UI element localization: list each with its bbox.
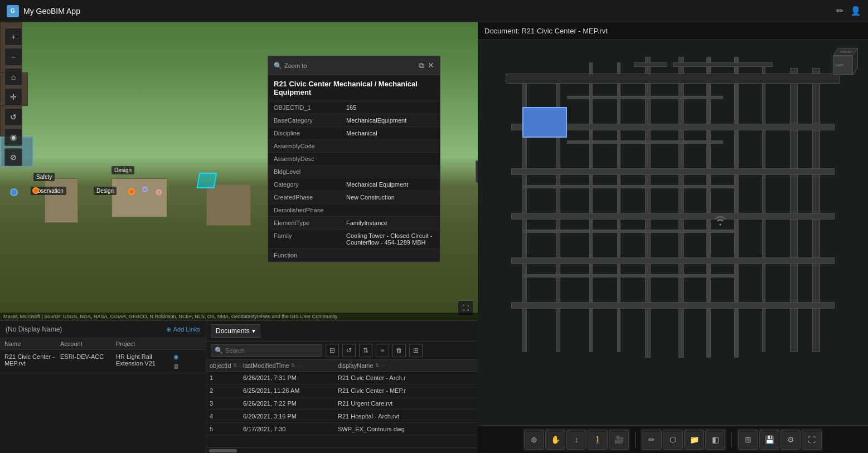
user-icon[interactable]: 👤 xyxy=(850,6,861,16)
walk-btn[interactable]: 🚶 xyxy=(588,430,608,450)
docs-dropdown[interactable]: Documents ▾ xyxy=(211,324,260,338)
sort-time-icon[interactable]: ⇅ xyxy=(291,363,295,368)
model-browser-btn[interactable]: 📁 xyxy=(684,430,704,450)
svg-text:FRONT: FRONT xyxy=(841,50,852,53)
popup-close-btn[interactable]: ✕ xyxy=(428,61,434,70)
grid-btn[interactable]: ⊞ xyxy=(738,430,758,450)
popup-row-label: Category xyxy=(274,181,346,188)
link-actions: ◉ 🗑 xyxy=(173,353,201,369)
doc-oid: 4 xyxy=(210,413,243,420)
search-box[interactable]: 🔍 xyxy=(211,344,322,357)
view3d-canvas[interactable]: LEFT FRONT ⌂ xyxy=(478,40,868,425)
map-area[interactable]: Safety Design Observation Design + − ⌂ ✛… xyxy=(0,22,478,320)
docs-settings-btn[interactable]: ≡ xyxy=(376,344,389,357)
layers-btn[interactable]: ◉ xyxy=(4,128,22,146)
docs-row[interactable]: 56/17/2021, 7:30SWP_EX_Contours.dwg xyxy=(206,423,478,436)
move-btn[interactable]: ✛ xyxy=(4,88,22,106)
popup-row: FamilyCooling Tower - Closed Circuit - C… xyxy=(268,230,440,249)
docs-row[interactable]: 46/20/2021, 3:16 PMR21 Hospital - Arch.r… xyxy=(206,410,478,423)
more-time-icon[interactable]: ··· xyxy=(297,363,302,369)
sort-name-icon[interactable]: ⇅ xyxy=(375,363,380,368)
zoom-to-btn[interactable]: 🔍 Zoom to xyxy=(274,62,307,70)
orbit-btn[interactable]: ⊕ xyxy=(524,430,544,450)
popup-restore-btn[interactable]: ⧉ xyxy=(419,61,424,70)
docs-row[interactable]: 36/26/2021, 7:22 PMR21 Urgent Care.rvt xyxy=(206,397,478,410)
docs-row[interactable]: 26/25/2021, 11:26 AMR21 Civic Center - M… xyxy=(206,384,478,397)
link-view-icon[interactable]: ◉ xyxy=(173,353,201,361)
pan-btn[interactable]: ✋ xyxy=(545,430,565,450)
doc-name: R21 Urgent Care.rvt xyxy=(338,400,474,407)
design-label: Design xyxy=(111,166,134,174)
doc-name: R21 Hospital - Arch.rvt xyxy=(338,413,474,420)
popup-row: AssemblyDesc xyxy=(268,153,440,165)
add-links-icon: ⊕ xyxy=(166,326,171,333)
doc-time: 6/26/2021, 7:22 PM xyxy=(243,400,338,407)
doc-time: 6/26/2021, 7:31 PM xyxy=(243,374,338,381)
markup-btn[interactable]: ✏ xyxy=(642,430,662,450)
topbar-right: ✏ 👤 xyxy=(836,6,861,16)
zoom-btn[interactable]: ↕ xyxy=(566,430,586,450)
doc-name: R21 Civic Center - Arch.r xyxy=(338,374,474,381)
popup-content[interactable]: OBJECTID_1165BaseCategoryMechanicalEquip… xyxy=(268,101,440,262)
nav-cube[interactable]: LEFT FRONT ⌂ xyxy=(823,46,862,85)
mesh-btn[interactable]: ⬡ xyxy=(663,430,683,450)
wifi-indicator xyxy=(712,213,729,228)
popup-row: CreatedPhaseNew Construction xyxy=(268,191,440,204)
doc-time: 6/17/2021, 7:30 xyxy=(243,426,338,432)
view-settings-btn[interactable]: ⚙ xyxy=(780,430,801,450)
view3d-panel: Document: R21 Civic Center - MEP.rvt xyxy=(478,22,868,453)
popup-row-label: Discipline xyxy=(274,130,346,137)
zoom-out-btn[interactable]: − xyxy=(4,48,22,66)
edit-icon[interactable]: ✏ xyxy=(836,6,843,16)
popup-actions: ⧉ ✕ xyxy=(419,61,434,70)
zoom-in-btn[interactable]: + xyxy=(4,28,22,46)
docs-sort-btn[interactable]: ⇅ xyxy=(359,344,372,357)
popup-row-label: Function xyxy=(274,252,346,259)
sort-oid-icon[interactable]: ⇅ xyxy=(233,363,237,368)
popup-row-label: AssemblyDesc xyxy=(274,155,346,162)
popup-row: OBJECTID_1165 xyxy=(268,101,440,114)
scrollbar-thumb xyxy=(209,449,237,452)
docs-row[interactable]: 16/26/2021, 7:31 PMR21 Civic Center - Ar… xyxy=(206,372,478,384)
main-layout: Safety Design Observation Design + − ⌂ ✛… xyxy=(0,22,868,453)
view-tool-group: ⊞ 💾 ⚙ ⛶ xyxy=(736,428,823,451)
view3d-header: Document: R21 Civic Center - MEP.rvt xyxy=(478,22,868,40)
link-project: HR Light Rail Extension V21 xyxy=(116,353,173,367)
settings-map-btn[interactable]: ⊘ xyxy=(4,148,22,166)
search-input[interactable] xyxy=(225,347,318,354)
view3d-toolbar: ⊕ ✋ ↕ 🚶 🎥 ✏ ⬡ 📁 ◧ ⊞ 💾 ⚙ ⛶ xyxy=(478,425,868,453)
rotate-btn[interactable]: ↺ xyxy=(4,108,22,126)
map-collapse-btn[interactable]: › xyxy=(476,160,478,183)
add-links-btn[interactable]: ⊕ Add Links xyxy=(166,326,200,333)
col-name: Name xyxy=(4,340,60,347)
topbar-left: G My GeoBIM App xyxy=(7,5,80,17)
links-columns: Name Account Project xyxy=(0,338,206,350)
section-btn[interactable]: ◧ xyxy=(705,430,725,450)
popup-row: AssemblyCode xyxy=(268,140,440,153)
popup-row: BldgLevel xyxy=(268,165,440,178)
docs-delete-btn[interactable]: 🗑 xyxy=(392,344,406,357)
svg-text:LEFT: LEFT xyxy=(836,63,844,67)
links-header: (No Display Name) ⊕ Add Links xyxy=(0,321,206,338)
doc-time: 6/20/2021, 3:16 PM xyxy=(243,413,338,420)
safety-label: Safety xyxy=(33,173,55,181)
docs-table[interactable]: objectId ⇅ ··· lastModifiedTime ⇅ ··· di… xyxy=(206,360,478,447)
docs-sync-btn[interactable]: ↺ xyxy=(342,344,356,357)
docs-export-btn[interactable]: ⊞ xyxy=(409,344,423,357)
documents-panel: Documents ▾ 🔍 ⊟ ↺ ⇅ ≡ 🗑 ⊞ xyxy=(206,320,478,453)
more-name-icon[interactable]: ··· xyxy=(381,363,386,369)
home-btn[interactable]: ⌂ xyxy=(4,68,22,86)
docs-horizontal-scrollbar[interactable] xyxy=(206,447,478,453)
links-rows[interactable]: R21 Civic Center - MEP.rvt ESRI-DEV-ACC … xyxy=(0,350,206,453)
links-row: R21 Civic Center - MEP.rvt ESRI-DEV-ACC … xyxy=(0,350,206,373)
map-toolbar: + − ⌂ ✛ ↺ ◉ ⊘ xyxy=(4,28,22,166)
popup-row-value: Cooling Tower - Closed Circuit - Counter… xyxy=(346,232,434,246)
col-account: Account xyxy=(60,340,116,347)
save-view-btn[interactable]: 💾 xyxy=(759,430,779,450)
fullscreen-3d-btn[interactable]: ⛶ xyxy=(802,430,822,450)
link-delete-icon[interactable]: 🗑 xyxy=(173,363,201,369)
doc-oid: 5 xyxy=(210,426,243,432)
popup-row-label: ElementType xyxy=(274,220,346,226)
docs-filter-btn[interactable]: ⊟ xyxy=(326,344,339,357)
camera-btn[interactable]: 🎥 xyxy=(609,430,629,450)
